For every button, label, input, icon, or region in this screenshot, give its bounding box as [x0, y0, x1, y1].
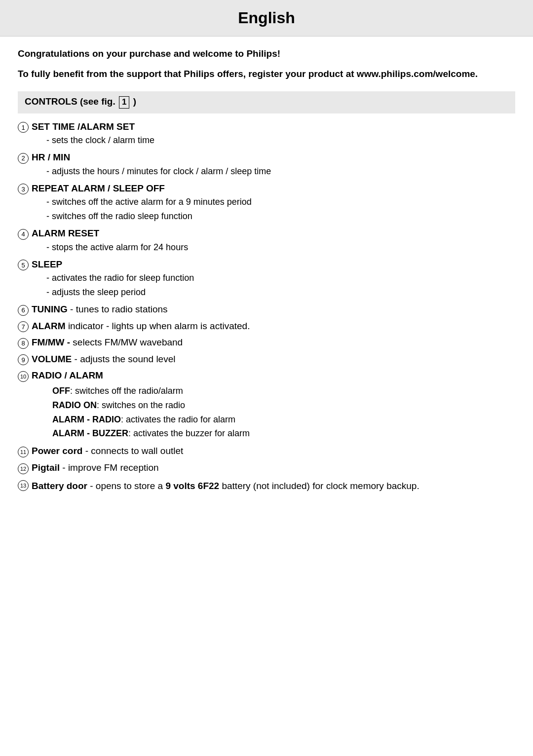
- item-desc-line: - adjusts the sleep period: [46, 286, 515, 299]
- item-title: ALARM RESET: [32, 228, 99, 239]
- item-number: 6: [18, 305, 29, 316]
- item-number: 12: [18, 463, 29, 474]
- item-desc-line: - stops the active alarm for 24 hours: [46, 241, 515, 254]
- item-header: 13 Battery door - opens to store a 9 vol…: [18, 479, 515, 493]
- item-desc-line: - sets the clock / alarm time: [46, 134, 515, 147]
- item-header: 7 ALARM indicator - lights up when alarm…: [18, 321, 515, 333]
- list-item: 7 ALARM indicator - lights up when alarm…: [18, 321, 515, 333]
- intro-line2: To fully benefit from the support that P…: [18, 68, 515, 81]
- item-title-mixed: TUNING - tunes to radio stations: [32, 304, 168, 315]
- item-header: 4 ALARM RESET: [18, 228, 515, 240]
- sub-item-text: : activates the radio for alarm: [121, 415, 235, 424]
- item-desc: - adjusts the hours / minutes for clock …: [18, 165, 515, 178]
- page: English Congratulations on your purchase…: [0, 0, 533, 756]
- item-header: 6 TUNING - tunes to radio stations: [18, 304, 515, 316]
- item-header: 8 FM/MW - selects FM/MW waveband: [18, 337, 515, 349]
- list-item: 9 VOLUME - adjusts the sound level: [18, 354, 515, 366]
- list-item: 11 Power cord - connects to wall outlet: [18, 446, 515, 457]
- sub-item-text: : switches on the radio: [97, 400, 185, 410]
- sub-item: ALARM - BUZZER: activates the buzzer for…: [52, 426, 515, 441]
- sub-item-label: OFF: [52, 386, 70, 396]
- list-item: 1 SET TIME /ALARM SET - sets the clock /…: [18, 121, 515, 148]
- item-desc: - activates the radio for sleep function…: [18, 271, 515, 299]
- item-title-mixed: Pigtail - improve FM reception: [32, 462, 159, 473]
- list-item: 6 TUNING - tunes to radio stations: [18, 304, 515, 316]
- item-desc: - sets the clock / alarm time: [18, 134, 515, 147]
- item-number: 3: [18, 184, 29, 194]
- intro-line1: Congratulations on your purchase and wel…: [18, 47, 515, 61]
- item-title-mixed: Power cord - connects to wall outlet: [32, 446, 183, 456]
- sub-item: ALARM - RADIO: activates the radio for a…: [52, 413, 515, 427]
- sub-item-text: : activates the buzzer for alarm: [128, 428, 250, 438]
- page-title: English: [238, 9, 295, 27]
- item-desc-line: - adjusts the hours / minutes for clock …: [46, 165, 515, 178]
- item-header: 11 Power cord - connects to wall outlet: [18, 446, 515, 457]
- page-content: Congratulations on your purchase and wel…: [0, 37, 533, 513]
- sub-items: OFF: switches off the radio/alarm RADIO …: [18, 384, 515, 441]
- item-desc-line: - activates the radio for sleep function: [46, 271, 515, 285]
- item-header: 12 Pigtail - improve FM reception: [18, 462, 515, 474]
- sub-item-label: ALARM - BUZZER: [52, 428, 128, 438]
- list-item: 10 RADIO / ALARM OFF: switches off the r…: [18, 370, 515, 441]
- item-header: 9 VOLUME - adjusts the sound level: [18, 354, 515, 366]
- item-desc: - switches off the active alarm for a 9 …: [18, 195, 515, 223]
- sub-item-label: RADIO ON: [52, 400, 97, 410]
- item-header: 10 RADIO / ALARM: [18, 370, 515, 382]
- items-list: 1 SET TIME /ALARM SET - sets the clock /…: [18, 121, 515, 493]
- item-title-mixed: FM/MW - selects FM/MW waveband: [32, 337, 183, 348]
- item-title-mixed: Battery door - opens to store a 9 volts …: [32, 479, 419, 493]
- sub-item-label: ALARM - RADIO: [52, 415, 121, 424]
- item-title: REPEAT ALARM / SLEEP OFF: [32, 183, 165, 194]
- sub-item: RADIO ON: switches on the radio: [52, 398, 515, 413]
- list-item: 5 SLEEP - activates the radio for sleep …: [18, 259, 515, 300]
- item-header: 2 HR / MIN: [18, 152, 515, 164]
- item-desc: - stops the active alarm for 24 hours: [18, 241, 515, 254]
- list-item: 12 Pigtail - improve FM reception: [18, 462, 515, 474]
- item-title: HR / MIN: [32, 152, 70, 163]
- list-item: 2 HR / MIN - adjusts the hours / minutes…: [18, 152, 515, 178]
- page-header: English: [0, 0, 533, 37]
- item-number: 10: [18, 371, 29, 382]
- item-header: 3 REPEAT ALARM / SLEEP OFF: [18, 183, 515, 195]
- item-number: 1: [18, 122, 29, 133]
- sub-item: OFF: switches off the radio/alarm: [52, 384, 515, 398]
- sub-item-text: : switches off the radio/alarm: [70, 386, 183, 396]
- item-desc-line: - switches off the radio sleep function: [46, 210, 515, 223]
- list-item: 4 ALARM RESET - stops the active alarm f…: [18, 228, 515, 254]
- item-number: 4: [18, 229, 29, 240]
- item-header: 1 SET TIME /ALARM SET: [18, 121, 515, 133]
- list-item: 3 REPEAT ALARM / SLEEP OFF - switches of…: [18, 183, 515, 224]
- item-number: 2: [18, 153, 29, 164]
- item-title: SET TIME /ALARM SET: [32, 121, 135, 132]
- item-number: 13: [18, 480, 29, 491]
- item-title-mixed: ALARM indicator - lights up when alarm i…: [32, 321, 250, 332]
- item-title: SLEEP: [32, 259, 62, 270]
- item-title: RADIO / ALARM: [32, 370, 103, 381]
- item-number: 7: [18, 321, 29, 332]
- item-number: 11: [18, 447, 29, 457]
- fig-box: 1: [119, 96, 129, 108]
- item-number: 9: [18, 354, 29, 365]
- item-title-mixed: VOLUME - adjusts the sound level: [32, 354, 175, 365]
- list-item: 8 FM/MW - selects FM/MW waveband: [18, 337, 515, 349]
- list-item: 13 Battery door - opens to store a 9 vol…: [18, 479, 515, 493]
- controls-bar: CONTROLS (see fig. 1 ): [18, 91, 515, 113]
- item-number: 8: [18, 338, 29, 349]
- item-desc-line: - switches off the active alarm for a 9 …: [46, 195, 515, 209]
- controls-label: CONTROLS (see fig. 1 ): [25, 96, 136, 108]
- item-number: 5: [18, 260, 29, 270]
- item-header: 5 SLEEP: [18, 259, 515, 271]
